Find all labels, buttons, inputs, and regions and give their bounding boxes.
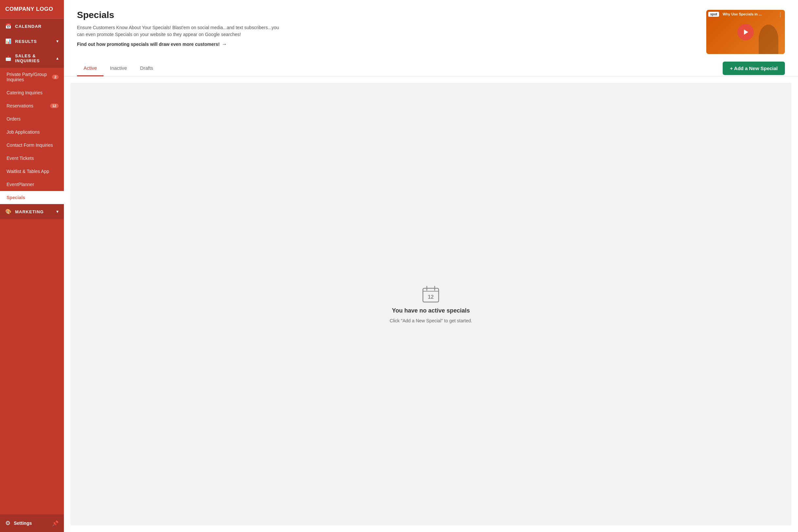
empty-state: 12 You have no active specials Click "Ad… [390, 285, 472, 323]
settings-label: Settings [14, 520, 32, 526]
specials-label: Specials [6, 195, 25, 200]
tab-drafts[interactable]: Drafts [134, 61, 160, 76]
sidebar-item-job-applications[interactable]: Job Applications [0, 126, 64, 138]
company-logo: COMPANY LOGO [0, 0, 64, 19]
private-party-badge: 2 [52, 75, 59, 79]
results-icon: 📊 [5, 38, 12, 44]
marketing-chevron: ▾ [56, 209, 59, 214]
video-thumbnail[interactable]: spot ⋮ Why Use Specials in ... [706, 10, 785, 54]
svg-marker-0 [744, 30, 748, 35]
sidebar-item-event-planner[interactable]: EventPlanner [0, 178, 64, 191]
results-label: RESULTS [15, 39, 37, 44]
sales-label: SALES & INQUIRIES [15, 53, 56, 63]
sidebar-item-reservations[interactable]: Reservations 12 [0, 99, 64, 112]
sidebar-item-catering[interactable]: Catering Inquiries [0, 86, 64, 99]
tab-active[interactable]: Active [77, 61, 103, 76]
catering-label: Catering Inquiries [6, 90, 43, 95]
sales-chevron: ▴ [56, 56, 59, 61]
marketing-label: MARKETING [15, 209, 44, 214]
orders-label: Orders [6, 116, 21, 121]
sidebar-item-waitlist[interactable]: Waitlist & Tables App [0, 165, 64, 178]
empty-state-icon: 12 [422, 285, 440, 303]
empty-state-subtitle: Click "Add a New Special" to get started… [390, 318, 472, 323]
results-chevron: ▾ [56, 39, 59, 43]
tab-inactive[interactable]: Inactive [103, 61, 134, 76]
sidebar: COMPANY LOGO 📅 CALENDAR 📊 RESULTS ▾ 📩 SA… [0, 0, 64, 532]
sidebar-item-private-party[interactable]: Private Party/Group Inquiries 2 [0, 68, 64, 86]
promo-link[interactable]: Find out how promoting specials will dra… [77, 41, 227, 47]
page-title: Specials [77, 10, 700, 20]
sidebar-item-specials[interactable]: Specials [0, 191, 64, 204]
sidebar-item-event-tickets[interactable]: Event Tickets [0, 152, 64, 165]
svg-rect-2 [423, 291, 439, 291]
gear-icon: ⚙ [5, 519, 11, 527]
video-play-button[interactable] [737, 24, 754, 40]
reservations-badge: 12 [50, 103, 59, 108]
page-header-left: Specials Ensure Customers Know About You… [77, 10, 700, 47]
video-inner: spot ⋮ Why Use Specials in ... [706, 10, 785, 54]
sidebar-section-sales[interactable]: 📩 SALES & INQUIRIES ▴ [0, 49, 64, 68]
contact-form-label: Contact Form Inquiries [6, 142, 53, 148]
video-label: spot [708, 12, 719, 17]
add-special-button[interactable]: + Add a New Special [723, 62, 785, 75]
sidebar-item-contact-form[interactable]: Contact Form Inquiries [0, 138, 64, 152]
sales-icon: 📩 [5, 55, 12, 61]
pin-icon: 📌 [52, 520, 59, 527]
content-area: 12 You have no active specials Click "Ad… [71, 83, 792, 526]
settings-link[interactable]: ⚙ Settings 📌 [0, 514, 64, 532]
event-planner-label: EventPlanner [6, 182, 34, 187]
page-description: Ensure Customers Know About Your Special… [77, 24, 287, 38]
tabs-bar: Active Inactive Drafts + Add a New Speci… [64, 61, 798, 76]
video-more-button[interactable]: ⋮ [778, 12, 783, 18]
promo-link-text: Find out how promoting specials will dra… [77, 42, 220, 47]
reservations-label: Reservations [6, 103, 33, 109]
calendar-icon: 📅 [5, 23, 12, 29]
sidebar-section-marketing[interactable]: 🎨 MARKETING ▾ [0, 204, 64, 219]
page-header: Specials Ensure Customers Know About You… [64, 0, 798, 61]
calendar-label: CALENDAR [15, 24, 42, 29]
arrow-icon: → [222, 41, 227, 47]
waitlist-label: Waitlist & Tables App [6, 169, 49, 174]
empty-state-title: You have no active specials [392, 307, 470, 314]
sidebar-item-calendar[interactable]: 📅 CALENDAR [0, 19, 64, 34]
marketing-icon: 🎨 [5, 209, 12, 214]
job-applications-label: Job Applications [6, 129, 40, 135]
video-title: Why Use Specials in ... [723, 12, 776, 16]
main-content: Specials Ensure Customers Know About You… [64, 0, 798, 532]
private-party-label: Private Party/Group Inquiries [6, 72, 52, 82]
tabs-list: Active Inactive Drafts [77, 61, 723, 76]
event-tickets-label: Event Tickets [6, 156, 34, 161]
sidebar-item-results[interactable]: 📊 RESULTS ▾ [0, 34, 64, 49]
svg-text:12: 12 [428, 294, 434, 300]
sidebar-item-orders[interactable]: Orders [0, 112, 64, 126]
